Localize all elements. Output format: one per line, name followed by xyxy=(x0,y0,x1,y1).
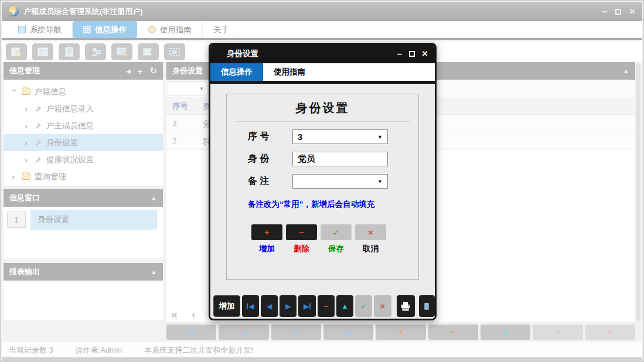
toolbar-add-button[interactable]: 增加 xyxy=(213,295,240,317)
remark-select[interactable]: ▼ xyxy=(292,174,388,189)
search-book-icon xyxy=(11,47,22,57)
plus-icon: + xyxy=(264,227,270,237)
filter-dropdown[interactable]: ▼ xyxy=(168,81,207,95)
add-record-button[interactable]: + xyxy=(376,325,425,340)
toolbar-cancel-button[interactable]: × xyxy=(374,295,391,317)
info-window-item[interactable]: 1 身份设置 xyxy=(7,210,157,230)
prev-record-button[interactable]: ◀ xyxy=(219,325,268,340)
identity-input[interactable]: 党员 xyxy=(292,152,388,166)
chevron-right-icon[interactable]: › xyxy=(25,140,30,146)
chevron-right-icon[interactable]: › xyxy=(25,157,30,163)
dialog-title-bar[interactable]: 身份设置 – × xyxy=(210,45,435,63)
dropdown-arrow-icon[interactable]: ▼ xyxy=(377,179,383,185)
pager-first-icon[interactable]: « xyxy=(171,308,178,321)
dropdown-arrow-icon[interactable]: ▼ xyxy=(377,134,383,140)
column-header-seq[interactable]: 序号 xyxy=(172,101,188,112)
dialog-maximize-icon[interactable] xyxy=(409,51,415,57)
tree-item-household-members[interactable]: › 户主成员信息 xyxy=(4,117,163,134)
identity-settings-dialog: 身份设置 – × 信息操作 使用指南 身份设置 序 号 3 ▼ xyxy=(209,43,437,320)
add-icon[interactable]: + xyxy=(138,66,143,76)
cancel-record-button[interactable]: × xyxy=(585,325,635,340)
record-nav-bar: ◀ ◀ ▶ ▶ + − ▲ ✓ × xyxy=(166,325,635,340)
pager-prev-icon[interactable]: ‹ xyxy=(192,308,196,321)
toolbar-edit-button[interactable]: ▲ xyxy=(336,295,353,317)
dialog-tab-bar: 信息操作 使用指南 xyxy=(210,63,435,81)
tree-item-hukou-info[interactable]: › 户籍信息 xyxy=(4,83,163,100)
form-title: 身份设置 xyxy=(227,100,418,116)
tree-item-label: 户籍信息 xyxy=(35,87,66,97)
chevron-right-icon[interactable]: › xyxy=(25,106,30,112)
app-icon: y xyxy=(9,6,19,16)
snapshot-region-button[interactable] xyxy=(164,43,185,60)
toolbar-next-button[interactable]: ▶ xyxy=(280,295,297,317)
tab-system-nav[interactable]: 系统导航 xyxy=(8,21,73,38)
chevron-down-icon[interactable]: › xyxy=(12,89,18,95)
tree-item-query-management[interactable]: › 查询管理 xyxy=(4,168,163,185)
confirm-record-button[interactable]: ✓ xyxy=(533,325,582,340)
delete-record-button[interactable]: − xyxy=(428,325,478,340)
window-button[interactable] xyxy=(111,43,132,60)
folder-icon xyxy=(22,173,30,180)
chevron-right-icon[interactable]: › xyxy=(25,123,30,129)
toolbar-delete-button[interactable]: − xyxy=(318,295,335,317)
search-book-button[interactable] xyxy=(6,43,27,60)
delete-button[interactable]: − xyxy=(286,224,317,240)
info-window-item-index[interactable]: 1 xyxy=(7,211,26,228)
restore-icon[interactable] xyxy=(615,9,621,15)
next-record-button[interactable]: ▶ xyxy=(271,325,321,340)
form-action-labels: 增加 删除 保存 取消 xyxy=(251,244,418,254)
main-panel-title: 身份设置 xyxy=(172,66,203,76)
collapse-up-icon[interactable]: ▲ xyxy=(151,194,157,202)
guide-icon xyxy=(148,26,156,33)
user-button[interactable] xyxy=(85,43,106,60)
info-window-list: 1 身份设置 xyxy=(4,207,163,258)
toolbar-confirm-button[interactable]: ✓ xyxy=(355,295,372,317)
cell-seq: 3 xyxy=(172,119,177,128)
tab-info-operation[interactable]: 信息操作 xyxy=(73,21,137,38)
tool-icon xyxy=(35,139,42,146)
status-bar: 当前记录数 3 操作者:Admin 本系统支持二次开发和全新开发! xyxy=(2,341,642,358)
close-icon[interactable]: × xyxy=(629,8,635,15)
edit-record-button[interactable]: ▲ xyxy=(481,325,530,340)
collapse-up-icon[interactable]: ▲ xyxy=(623,67,629,74)
form-table-icon xyxy=(38,47,48,57)
dialog-tab-user-guide[interactable]: 使用指南 xyxy=(263,63,316,81)
window-add-button[interactable] xyxy=(138,43,159,60)
tree-item-identity-settings[interactable]: › 身份设置 xyxy=(4,134,163,151)
toolbar-print-button[interactable] xyxy=(397,295,415,317)
window-icon xyxy=(117,47,128,57)
vertical-scrollbar[interactable] xyxy=(636,63,640,321)
dialog-close-icon[interactable]: × xyxy=(422,50,428,57)
cross-icon: × xyxy=(368,227,373,237)
tree-item-label: 户主成员信息 xyxy=(46,121,94,131)
toolbar-more-button[interactable] xyxy=(419,295,435,317)
form-table-button[interactable] xyxy=(32,43,53,60)
dialog-toolbar: 增加 ◀ ◀ ▶ ▶ − ▲ ✓ × xyxy=(210,293,435,319)
dialog-tab-info-operation[interactable]: 信息操作 xyxy=(210,63,263,81)
dialog-minimize-icon[interactable]: – xyxy=(397,52,402,56)
minimize-icon[interactable]: – xyxy=(602,9,607,15)
remark-hint-text: 备注改为“常用”，新增后会自动填充 xyxy=(248,199,411,210)
collapse-left-icon[interactable]: ◀ xyxy=(126,68,131,74)
save-button[interactable]: ✓ xyxy=(321,224,352,240)
document-button[interactable] xyxy=(59,43,80,60)
toolbar-prev-button[interactable]: ◀ xyxy=(261,295,278,317)
toolbar-last-button[interactable]: ▶ xyxy=(298,295,315,317)
info-window-item-label[interactable]: 身份设置 xyxy=(30,210,157,230)
add-button[interactable]: + xyxy=(251,224,282,240)
tab-label: 系统导航 xyxy=(30,25,62,35)
toolbar-first-button[interactable]: ◀ xyxy=(242,295,259,317)
last-record-button[interactable]: ▶ xyxy=(323,325,373,340)
chevron-right-icon[interactable]: › xyxy=(12,174,18,180)
cancel-button[interactable]: × xyxy=(355,224,386,240)
first-record-button[interactable]: ◀ xyxy=(166,325,216,340)
refresh-icon[interactable]: ↻ xyxy=(149,66,157,76)
system-nav-icon xyxy=(18,26,26,33)
seq-select[interactable]: 3 ▼ xyxy=(292,129,388,144)
cancel-button-label: 取消 xyxy=(355,244,386,254)
tree-item-health-settings[interactable]: › 健康状况设置 xyxy=(4,151,163,168)
tab-user-guide[interactable]: 使用指南 xyxy=(138,21,203,38)
tree-item-hukou-entry[interactable]: › 户籍信息录入 xyxy=(4,100,163,117)
collapse-up-icon[interactable]: ▲ xyxy=(151,268,157,275)
tab-about[interactable]: 关于 xyxy=(203,21,240,38)
